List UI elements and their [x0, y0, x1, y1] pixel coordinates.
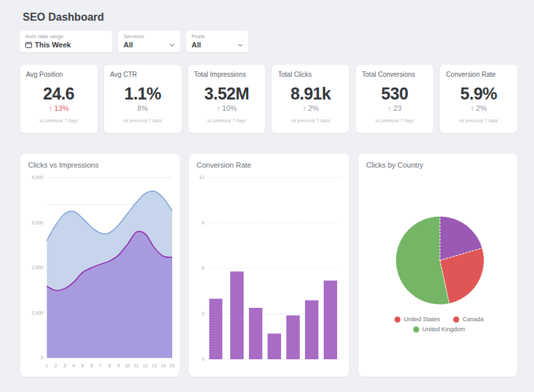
- kpi-row: Avg Position 24.6 ↑ 13% vs previous 7 da…: [20, 65, 517, 133]
- conversion-rate-bar-chart: 036912: [196, 171, 345, 371]
- services-filter[interactable]: Services All: [118, 31, 180, 52]
- legend-label: United Kingdom: [423, 326, 465, 333]
- kpi-card-total-conversions: Total Conversions 530 ↑ 23 vs previous 7…: [356, 65, 433, 133]
- x-axis-label: 2: [54, 363, 57, 368]
- legend-item: United Kingdom: [413, 326, 465, 333]
- x-axis-label: 3: [63, 363, 66, 368]
- filter-bar: Auto date range This Week Services All: [20, 31, 517, 52]
- legend-dot-icon: [453, 317, 459, 323]
- chevron-down-icon: [170, 43, 175, 47]
- posts-filter[interactable]: Posts All: [186, 31, 248, 52]
- date-range-filter[interactable]: Auto date range This Week: [20, 31, 112, 52]
- legend-label: Canada: [463, 316, 484, 323]
- kpi-value: 5.9%: [446, 84, 511, 104]
- clicks-vs-impressions-card: Clicks vs Impressions 01,0002,0003,0004,…: [20, 154, 180, 377]
- dashboard: SEO Dashboard Auto date range This Week …: [0, 0, 534, 377]
- x-axis-label: 10: [125, 363, 130, 368]
- kpi-title: Avg CTR: [110, 71, 176, 78]
- page-title: SEO Dashboard: [23, 11, 517, 24]
- x-axis-label: 6: [90, 363, 93, 368]
- posts-value: All: [192, 41, 201, 49]
- kpi-title: Total Conversions: [362, 71, 427, 78]
- kpi-title: Total Clicks: [278, 71, 343, 78]
- kpi-value: 530: [362, 84, 427, 104]
- kpi-card-conversion-rate: Conversion Rate 5.9% ↑ 2% vs previous 7 …: [440, 65, 517, 133]
- kpi-delta: ↑ 13%: [26, 104, 91, 112]
- legend-item: Canada: [453, 316, 484, 323]
- x-axis-label: 14: [161, 363, 166, 368]
- y-axis-label: 6: [202, 266, 204, 270]
- bar: [209, 299, 222, 359]
- y-axis-label: 0: [202, 357, 204, 361]
- chart-title: Conversion Rate: [197, 161, 345, 169]
- kpi-card-total-clicks: Total Clicks 8.91k ↑ 2% vs previous 7 da…: [272, 65, 349, 133]
- x-axis-label: 11: [134, 363, 139, 368]
- legend-label: United States: [404, 316, 440, 323]
- bar: [304, 301, 318, 359]
- date-range-label: Auto date range: [25, 33, 107, 40]
- x-axis-label: 5: [81, 363, 84, 368]
- chart-title: Clicks vs Impressions: [28, 161, 176, 169]
- legend-item: United States: [394, 316, 440, 323]
- kpi-card-avg-position: Avg Position 24.6 ↑ 13% vs previous 7 da…: [20, 65, 97, 133]
- x-axis-label: 4: [72, 363, 75, 368]
- kpi-note: vs previous 7 days: [110, 118, 176, 123]
- kpi-title: Conversion Rate: [446, 71, 511, 78]
- y-axis-label: 1,000: [31, 311, 43, 315]
- kpi-card-total-impressions: Total Impressions 3.52M ↑ 10% vs previou…: [188, 65, 266, 133]
- legend-dot-icon: [413, 327, 419, 333]
- kpi-note: vs previous 7 days: [362, 118, 427, 123]
- legend-row: United Kingdom: [365, 326, 514, 333]
- y-axis-label: 9: [202, 220, 204, 225]
- x-axis-label: 7: [99, 363, 102, 368]
- x-axis-label: 13: [152, 363, 157, 368]
- x-axis-label: 1: [45, 363, 48, 368]
- y-axis-label: 2,000: [31, 265, 43, 270]
- chevron-down-icon: [238, 43, 243, 47]
- bar: [286, 315, 299, 359]
- clicks-by-country-pie-chart: [365, 171, 513, 313]
- x-axis-label: 12: [143, 363, 148, 368]
- x-axis-label: 8: [108, 363, 111, 368]
- y-axis-label: 3: [202, 311, 204, 316]
- kpi-title: Avg Position: [26, 71, 91, 78]
- kpi-value: 8.91k: [278, 84, 343, 104]
- bar: [248, 308, 262, 359]
- posts-label: Posts: [192, 33, 243, 40]
- x-axis-label: 9: [117, 363, 119, 368]
- kpi-title: Total Impressions: [194, 71, 260, 78]
- calendar-icon: [25, 41, 32, 48]
- charts-row: Clicks vs Impressions 01,0002,0003,0004,…: [20, 154, 517, 377]
- kpi-value: 1.1%: [110, 84, 176, 104]
- kpi-delta: ↑ 2%: [278, 104, 343, 112]
- y-axis-label: 3,000: [31, 220, 43, 225]
- legend-dot-icon: [394, 317, 400, 323]
- chart-title: Clicks by Country: [366, 161, 514, 169]
- date-range-value: This Week: [35, 41, 71, 49]
- y-axis-label: 0: [41, 355, 43, 360]
- kpi-note: vs previous 7 days: [278, 118, 343, 123]
- x-axis-label: 15: [170, 363, 175, 368]
- services-value: All: [123, 41, 133, 49]
- kpi-note: vs previous 7 days: [26, 118, 91, 123]
- kpi-note: vs previous 7 days: [194, 118, 260, 123]
- kpi-note: vs previous 7 days: [446, 118, 511, 123]
- services-label: Services: [123, 33, 175, 40]
- kpi-delta: 8%: [110, 104, 176, 112]
- y-axis-label: 12: [199, 175, 204, 180]
- clicks-by-country-card: Clicks by Country United StatesCanadaUni…: [358, 154, 518, 377]
- legend-row: United StatesCanada: [365, 316, 514, 323]
- kpi-delta: ↑ 23: [362, 104, 427, 112]
- bar: [230, 272, 243, 359]
- pie-legend: United StatesCanadaUnited Kingdom: [365, 316, 514, 333]
- clicks-vs-impressions-area-chart: 01,0002,0003,0004,0001234567891011121314…: [27, 171, 175, 371]
- kpi-card-avg-ctr: Avg CTR 1.1% 8% vs previous 7 days: [104, 65, 182, 133]
- conversion-rate-card: Conversion Rate 036912: [189, 154, 349, 377]
- kpi-delta: ↑ 10%: [194, 104, 260, 112]
- kpi-value: 24.6: [26, 84, 91, 104]
- kpi-delta: ↑ 2%: [446, 104, 511, 112]
- kpi-value: 3.52M: [194, 84, 260, 104]
- bar: [323, 280, 336, 359]
- y-axis-label: 4,000: [31, 175, 43, 180]
- bar: [267, 333, 280, 359]
